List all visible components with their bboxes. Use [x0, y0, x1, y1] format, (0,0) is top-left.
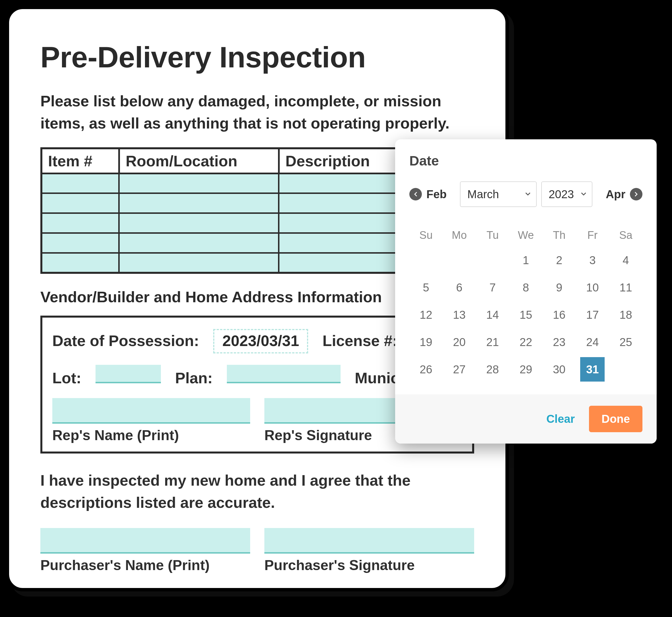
calendar-day[interactable]: 5 [409, 274, 443, 301]
calendar-day[interactable]: 22 [509, 329, 542, 356]
calendar-empty: . [409, 246, 443, 274]
calendar-grid: SuMoTuWeThFrSa ...1234567891011121314151… [395, 224, 657, 394]
calendar-dow: Mo [443, 224, 476, 246]
date-picker: Date Feb March 2023 [395, 139, 657, 444]
rep-name-field[interactable] [52, 398, 250, 424]
calendar-day[interactable]: 20 [443, 329, 476, 356]
calendar-day[interactable]: 28 [476, 356, 509, 383]
calendar-day[interactable]: 6 [443, 274, 476, 301]
prev-month-label: Feb [426, 188, 447, 201]
month-select-value: March [467, 188, 499, 201]
calendar-day[interactable]: 31 [580, 357, 605, 382]
clear-button[interactable]: Clear [546, 413, 575, 425]
calendar-dow: Su [409, 224, 443, 246]
year-select-value: 2023 [548, 188, 574, 201]
purchaser-name-field[interactable] [40, 528, 250, 554]
calendar-day[interactable]: 2 [543, 246, 576, 274]
calendar-day[interactable]: 17 [576, 301, 609, 329]
calendar-dow: Th [543, 224, 576, 246]
calendar-day[interactable]: 24 [576, 329, 609, 356]
next-month-label: Apr [606, 188, 625, 201]
calendar-day[interactable]: 27 [443, 356, 476, 383]
purchaser-signature-caption: Purchaser's Signature [264, 557, 474, 574]
date-picker-title: Date [409, 153, 642, 169]
next-month-button[interactable]: Apr [606, 188, 642, 201]
calendar-day[interactable]: 30 [543, 356, 576, 383]
rep-name-caption: Rep's Name (Print) [52, 427, 250, 444]
lot-label: Lot: [52, 369, 81, 387]
calendar-day[interactable]: 18 [609, 301, 642, 329]
chevron-down-icon [524, 188, 531, 201]
calendar-day[interactable]: 23 [543, 329, 576, 356]
calendar-day[interactable]: 12 [409, 301, 443, 329]
form-intro-text: Please list below any damaged, incomplet… [40, 90, 474, 135]
calendar-dow: Tu [476, 224, 509, 246]
plan-label: Plan: [175, 369, 213, 387]
prev-month-button[interactable]: Feb [409, 188, 447, 201]
date-of-possession-field[interactable]: 2023/03/31 [213, 329, 308, 354]
calendar-day[interactable]: 19 [409, 329, 443, 356]
calendar-day[interactable]: 14 [476, 301, 509, 329]
plan-field[interactable] [227, 365, 341, 383]
calendar-day[interactable]: 3 [576, 246, 609, 274]
calendar-day[interactable]: 7 [476, 274, 509, 301]
calendar-dow: Sa [609, 224, 642, 246]
done-button[interactable]: Done [589, 406, 642, 432]
purchaser-name-caption: Purchaser's Name (Print) [40, 557, 250, 574]
month-select[interactable]: March [460, 181, 537, 207]
date-of-possession-label: Date of Possession: [52, 332, 199, 350]
chevron-right-icon [630, 188, 642, 200]
calendar-day[interactable]: 9 [543, 274, 576, 301]
calendar-day[interactable]: 15 [509, 301, 542, 329]
calendar-day[interactable]: 8 [509, 274, 542, 301]
calendar-day[interactable]: 1 [509, 246, 542, 274]
calendar-day[interactable]: 10 [576, 274, 609, 301]
calendar-day[interactable]: 26 [409, 356, 443, 383]
calendar-day[interactable]: 4 [609, 246, 642, 274]
chevron-down-icon [580, 188, 587, 201]
calendar-day[interactable]: 16 [543, 301, 576, 329]
calendar-empty: . [609, 356, 642, 383]
page-title: Pre-Delivery Inspection [40, 40, 474, 74]
col-room-location: Room/Location [119, 148, 279, 173]
license-number-label: License #: [322, 332, 397, 350]
calendar-day[interactable]: 21 [476, 329, 509, 356]
calendar-empty: . [443, 246, 476, 274]
year-select[interactable]: 2023 [541, 181, 593, 207]
lot-field[interactable] [95, 365, 161, 383]
calendar-dow: We [509, 224, 542, 246]
calendar-day[interactable]: 13 [443, 301, 476, 329]
calendar-empty: . [476, 246, 509, 274]
calendar-day[interactable]: 11 [609, 274, 642, 301]
purchaser-signature-field[interactable] [264, 528, 474, 554]
calendar-day[interactable]: 25 [609, 329, 642, 356]
calendar-day[interactable]: 29 [509, 356, 542, 383]
col-item-number: Item # [41, 148, 119, 173]
attestation-text: I have inspected my new home and I agree… [40, 469, 474, 514]
calendar-dow: Fr [576, 224, 609, 246]
chevron-left-icon [409, 188, 422, 200]
